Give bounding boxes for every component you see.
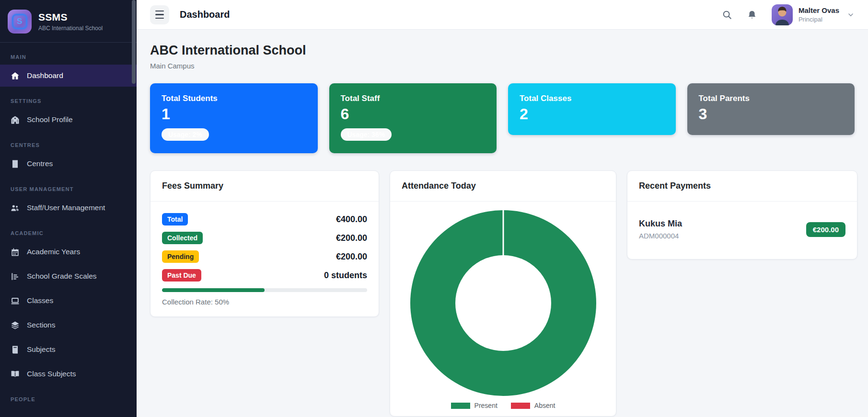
sidebar-item-label: School Grade Scales xyxy=(27,272,97,281)
usage-badge: Usage: 2% xyxy=(162,128,209,141)
fees-summary-card: Fees Summary Total €400.00 Collected €20… xyxy=(150,170,379,317)
sidebar-item-staff-user-management[interactable]: Staff/User Management xyxy=(0,197,137,219)
logo-glyph: S xyxy=(12,14,27,29)
user-menu[interactable]: Malter Ovas Principal xyxy=(772,4,855,25)
fee-row-pending: Pending €200.00 xyxy=(162,249,367,264)
sidebar-item-centres[interactable]: Centres xyxy=(0,153,137,175)
page-title: ABC International School xyxy=(150,43,855,58)
attendance-donut-chart xyxy=(410,210,596,396)
legend-swatch-absent xyxy=(511,403,530,409)
building-icon xyxy=(11,159,20,169)
fee-value: €200.00 xyxy=(336,252,367,262)
stat-value: 6 xyxy=(341,106,486,122)
school-icon xyxy=(11,115,20,124)
users-gear-icon xyxy=(11,203,20,213)
stat-card-total-staff: Total Staff 6 Usage: 36% xyxy=(329,83,497,153)
sidebar-item-classes[interactable]: Classes xyxy=(0,290,137,312)
chart-legend: Present Absent xyxy=(451,402,556,409)
fee-value: €200.00 xyxy=(336,233,367,243)
sidebar-item-label: Academic Years xyxy=(27,248,80,256)
open-book-icon xyxy=(11,370,20,379)
stat-value: 2 xyxy=(520,106,664,122)
brand-subtitle: ABC International School xyxy=(38,25,103,32)
fee-badge-collected: Collected xyxy=(162,232,203,244)
brand-name: SSMS xyxy=(38,11,103,23)
nav-section-user-management: USER MANAGEMENT xyxy=(11,186,126,192)
sidebar-item-label: Centres xyxy=(27,159,53,168)
payment-admission-number: ADM000004 xyxy=(639,232,682,240)
page-subtitle: Main Campus xyxy=(150,62,855,70)
chevron-down-icon xyxy=(847,11,855,19)
sidebar-item-sections[interactable]: Sections xyxy=(0,314,137,336)
recent-payments-title: Recent Payments xyxy=(627,171,857,202)
collection-rate-label: Collection Rate: 50% xyxy=(162,298,367,306)
usage-badge: Usage: 36% xyxy=(341,128,392,141)
legend-item-present[interactable]: Present xyxy=(451,402,498,409)
legend-label: Present xyxy=(475,402,498,409)
payment-amount-badge: €200.00 xyxy=(806,222,845,237)
sidebar-item-academic-years[interactable]: Academic Years xyxy=(0,241,137,263)
sidebar: S SSMS ABC International School MAIN Das… xyxy=(0,0,137,417)
fee-badge-past-due: Past Due xyxy=(162,269,201,282)
stats-row: Total Students 1 Usage: 2% Total Staff 6… xyxy=(150,83,855,153)
legend-item-absent[interactable]: Absent xyxy=(511,402,556,409)
stat-label: Total Staff xyxy=(341,94,486,103)
sidebar-item-label: Class Subjects xyxy=(27,370,76,378)
home-icon xyxy=(11,71,20,80)
main-content: ABC International School Main Campus Tot… xyxy=(137,30,868,417)
user-name: Malter Ovas xyxy=(799,6,839,14)
top-header: Dashboard Malter Ovas Principal xyxy=(137,0,868,30)
fee-row-past-due: Past Due 0 students xyxy=(162,268,367,282)
stat-value: 3 xyxy=(699,106,844,122)
sidebar-item-label: Staff/User Management xyxy=(27,203,105,212)
user-avatar xyxy=(772,4,793,25)
legend-swatch-present xyxy=(451,403,470,409)
bell-icon xyxy=(747,10,757,20)
sidebar-item-label: Sections xyxy=(27,321,55,329)
collection-progress-fill xyxy=(162,288,265,292)
sidebar-item-dashboard[interactable]: Dashboard xyxy=(0,65,137,87)
widgets-row: Fees Summary Total €400.00 Collected €20… xyxy=(150,170,855,417)
search-button[interactable] xyxy=(722,10,732,20)
sidebar-item-class-subjects[interactable]: Class Subjects xyxy=(0,363,137,385)
brand[interactable]: S SSMS ABC International School xyxy=(0,0,137,43)
stat-label: Total Classes xyxy=(520,94,664,103)
nav-section-people: PEOPLE xyxy=(11,396,126,402)
sidebar-item-school-profile[interactable]: School Profile xyxy=(0,109,137,131)
screen-icon xyxy=(11,296,20,305)
sidebar-item-label: Subjects xyxy=(27,345,55,354)
sidebar-item-label: Dashboard xyxy=(27,71,63,80)
sidebar-item-label: Classes xyxy=(27,296,53,305)
attendance-card: Attendance Today Present Absent xyxy=(390,170,616,417)
fee-row-collected: Collected €200.00 xyxy=(162,231,367,245)
header-title: Dashboard xyxy=(180,9,230,20)
recent-payments-card: Recent Payments Kukus Mia ADM000004 €200… xyxy=(627,170,857,259)
stat-card-total-classes: Total Classes 2 xyxy=(508,83,676,135)
attendance-title: Attendance Today xyxy=(390,171,616,202)
nav-section-main: MAIN xyxy=(11,54,126,60)
sidebar-toggle-button[interactable] xyxy=(150,5,169,24)
nav-section-centres: CENTRES xyxy=(11,142,126,148)
user-role: Principal xyxy=(799,16,839,23)
fee-value: €400.00 xyxy=(336,214,367,225)
payment-list-item[interactable]: Kukus Mia ADM000004 €200.00 xyxy=(639,212,845,248)
legend-label: Absent xyxy=(534,402,556,409)
collection-progress-bar xyxy=(162,288,367,292)
stat-label: Total Parents xyxy=(699,94,844,103)
fee-badge-total: Total xyxy=(162,213,188,225)
sidebar-scrollbar[interactable] xyxy=(132,0,136,84)
bar-chart-icon xyxy=(11,272,20,281)
calendar-icon xyxy=(11,248,20,257)
notifications-button[interactable] xyxy=(747,10,757,20)
sidebar-item-school-grade-scales[interactable]: School Grade Scales xyxy=(0,265,137,287)
fees-summary-title: Fees Summary xyxy=(150,171,379,202)
nav-section-settings: SETTINGS xyxy=(11,98,126,104)
fee-badge-pending: Pending xyxy=(162,250,199,263)
sidebar-item-subjects[interactable]: Subjects xyxy=(0,338,137,361)
payment-student-name: Kukus Mia xyxy=(639,219,682,229)
stat-card-total-students: Total Students 1 Usage: 2% xyxy=(150,83,318,153)
nav-section-academic: ACADEMIC xyxy=(11,230,126,236)
fee-row-total: Total €400.00 xyxy=(162,212,367,226)
book-icon xyxy=(11,345,20,354)
donut-segment-border xyxy=(502,210,504,256)
